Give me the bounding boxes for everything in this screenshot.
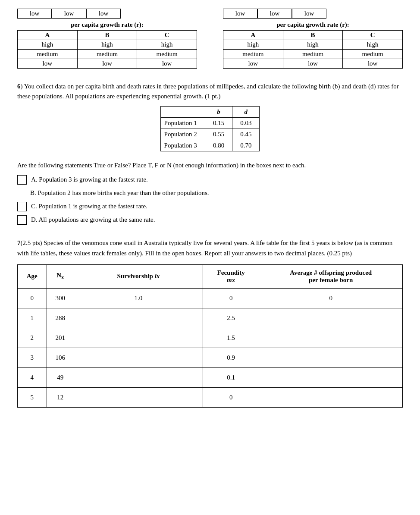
lx-2[interactable] [74, 328, 203, 348]
pop3-d: 0.70 [232, 140, 260, 151]
pop2-d: 0.45 [232, 129, 260, 140]
col-header: C [137, 31, 197, 40]
offspring-4[interactable] [259, 367, 403, 387]
low-cell: low [86, 9, 121, 19]
table-cell: low [18, 59, 78, 69]
nx-0: 300 [47, 288, 74, 308]
lx-3-input[interactable] [78, 355, 199, 361]
mx-4: 0.1 [203, 367, 259, 387]
life-table-row-2: 2 201 1.5 [18, 328, 403, 348]
per-capita-table-right: A B C high high high medium medium mediu… [223, 30, 403, 69]
low-cell: low [17, 9, 52, 19]
table-cell: low [137, 59, 197, 69]
top-right-table-section: low low low per capita growth rate (r): … [223, 9, 403, 69]
offspring-1-input[interactable] [263, 315, 399, 321]
pop2-b: 0.55 [205, 129, 232, 140]
col-header: C [343, 31, 403, 40]
offspring-2[interactable] [259, 328, 403, 348]
offspring-2-input[interactable] [263, 335, 399, 341]
col-header: B [283, 31, 343, 40]
pop3-b: 0.80 [205, 140, 232, 151]
section-7-body: (2.5 pts) Species of the venomous cone s… [17, 239, 392, 257]
life-table-row-5: 5 12 0 [18, 387, 403, 407]
nx-1: 288 [47, 308, 74, 328]
statement-a-text: A. Population 3 is growing at the fastes… [31, 175, 148, 185]
table-cell: high [77, 40, 137, 50]
age-0: 0 [18, 288, 47, 308]
nx-header: Nx [47, 264, 74, 288]
low-cell: low [257, 9, 292, 19]
section-6-text2: (1 pt.) [203, 93, 220, 100]
statement-b-text: B. Population 2 has more births each yea… [30, 188, 209, 198]
section-7-text: 7(2.5 pts) Species of the venomous cone … [17, 238, 403, 258]
col-header: B [77, 31, 137, 40]
pop1-label: Population 1 [160, 118, 205, 129]
age-2: 2 [18, 328, 47, 348]
age-1: 1 [18, 308, 47, 328]
offspring-5[interactable] [259, 387, 403, 407]
top-tables-row: low low low per capita growth rate (r): … [17, 9, 403, 69]
life-table: Age Nx Survivorship lx Fecunditymx Avera… [17, 264, 403, 408]
col-header: A [18, 31, 78, 40]
answer-box-c[interactable] [17, 202, 27, 211]
table-cell: low [283, 59, 343, 69]
per-capita-label-left: per capita growth rate (r): [17, 21, 197, 28]
statement-b-row: B. Population 2 has more births each yea… [30, 188, 403, 198]
statement-d-text: D. All populations are growing at the sa… [31, 215, 155, 225]
mx-5: 0 [203, 387, 259, 407]
mx-3: 0.9 [203, 348, 259, 367]
lx-4-input[interactable] [78, 374, 199, 381]
table-cell: medium [283, 50, 343, 59]
section-number: 6 [17, 83, 21, 90]
table-cell: low [77, 59, 137, 69]
mx-0: 0 [203, 288, 259, 308]
offspring-4-input[interactable] [263, 374, 399, 381]
age-4: 4 [18, 367, 47, 387]
statement-a-row: A. Population 3 is growing at the fastes… [17, 175, 403, 185]
lx-1-input[interactable] [78, 315, 199, 321]
table-cell: medium [18, 50, 78, 59]
lx-4[interactable] [74, 367, 203, 387]
table-cell: medium [223, 50, 283, 59]
lx-2-input[interactable] [78, 335, 199, 341]
table-cell: low [343, 59, 403, 69]
true-false-intro: Are the following statements True or Fal… [17, 160, 403, 170]
answer-box-d[interactable] [17, 215, 27, 225]
statement-d-row: D. All populations are growing at the sa… [17, 215, 403, 225]
table-cell: high [223, 40, 283, 50]
offspring-3[interactable] [259, 348, 403, 367]
empty-header [160, 107, 205, 118]
table-cell: high [137, 40, 197, 50]
table-cell: high [18, 40, 78, 50]
table-cell: high [343, 40, 403, 50]
offspring-5-input[interactable] [263, 394, 399, 401]
age-header: Age [18, 264, 47, 288]
nx-2: 201 [47, 328, 74, 348]
col-b-header: b [205, 107, 232, 118]
offspring-0: 0 [259, 288, 403, 308]
offspring-1[interactable] [259, 308, 403, 328]
populations-table-wrap: b d Population 1 0.15 0.03 Population 2 … [17, 106, 403, 151]
pop1-d: 0.03 [232, 118, 260, 129]
table-cell: medium [77, 50, 137, 59]
age-3: 3 [18, 348, 47, 367]
life-table-row-4: 4 49 0.1 [18, 367, 403, 387]
nx-5: 12 [47, 387, 74, 407]
lx-5[interactable] [74, 387, 203, 407]
section-6-underline: All populations are experiencing exponen… [65, 93, 203, 100]
populations-table: b d Population 1 0.15 0.03 Population 2 … [160, 106, 260, 151]
offspring-3-input[interactable] [263, 355, 399, 361]
answer-box-a[interactable] [17, 175, 27, 185]
section-7-number: 7 [17, 239, 21, 246]
pop2-label: Population 2 [160, 129, 205, 140]
section-6-text: 6) You collect data on per capita birth … [17, 82, 403, 101]
table-cell: medium [343, 50, 403, 59]
offspring-header: Average # offspring producedper female b… [259, 264, 403, 288]
statement-c-row: C. Population 1 is growing at the fastes… [17, 201, 403, 211]
section-7: 7(2.5 pts) Species of the venomous cone … [17, 238, 403, 408]
lx-1[interactable] [74, 308, 203, 328]
lx-3[interactable] [74, 348, 203, 367]
section-6: 6) You collect data on per capita birth … [17, 82, 403, 225]
lx-5-input[interactable] [78, 394, 199, 401]
table-cell: high [283, 40, 343, 50]
